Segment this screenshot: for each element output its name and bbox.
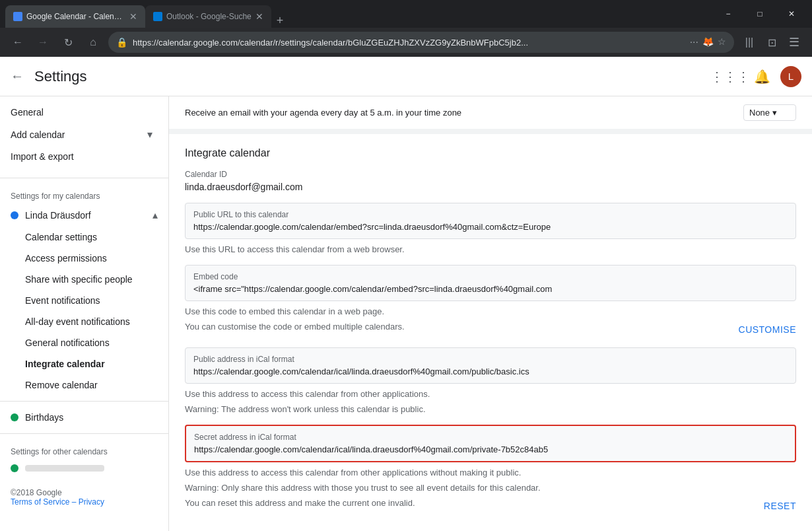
sidebar-item-calendar-settings[interactable]: Calendar settings <box>0 227 163 248</box>
customise-row: You can customise the code or embed mult… <box>185 322 796 337</box>
copyright-year: ©2018 Google <box>11 488 158 497</box>
copyright-text: ©2018 Google Terms of Service – Privacy <box>0 478 168 509</box>
sidebar-divider-1 <box>0 178 168 178</box>
header-icons: ⋮⋮⋮ 🔔 L <box>717 63 801 90</box>
sidebar-item-integrate-calendar[interactable]: Integrate calendar <box>0 353 163 374</box>
active-tab[interactable]: Google Calendar - Calendar se... ✕ <box>5 5 145 28</box>
tab-close-calendar[interactable]: ✕ <box>129 11 137 22</box>
embed-label: Embed code <box>193 272 788 281</box>
sidebar-item-remove-calendar[interactable]: Remove calendar <box>0 374 163 396</box>
secret-ical-container: Secret address in iCal format https://ca… <box>185 425 796 462</box>
calendar-id-value: linda.draeusdorf@gmail.com <box>185 182 796 192</box>
public-url-group: Public URL to this calendar https://cale… <box>185 203 796 254</box>
tab-close-outlook[interactable]: ✕ <box>255 11 263 22</box>
sidebar-divider-2 <box>0 401 168 402</box>
my-calendars-label: Settings for my calendars <box>0 184 168 203</box>
sidebar-import-export-label: Import & export <box>11 151 74 162</box>
back-button[interactable]: ← <box>8 32 28 52</box>
linda-name-label: Linda Dräusdorf <box>25 210 146 221</box>
sidebar-top-section: General Add calendar ▾ Import & export <box>0 96 168 172</box>
secret-ical-value[interactable]: https://calendar.google.com/calendar/ica… <box>194 444 787 454</box>
reset-row: You can reset this address and make the … <box>185 498 796 513</box>
settings-back-button[interactable]: ← <box>11 69 24 84</box>
close-button[interactable]: ✕ <box>776 3 807 25</box>
chevron-down-icon: ▾ <box>147 128 152 141</box>
public-ical-warning: Warning: The address won't work unless t… <box>185 404 796 414</box>
sidebar-birthdays[interactable]: Birthdays <box>0 407 168 428</box>
bookmark-icon[interactable]: ☆ <box>718 36 726 48</box>
integrate-card-title: Integrate calendar <box>185 147 796 159</box>
none-select[interactable]: None ▾ <box>743 104 796 121</box>
sidebar-toggle-icon[interactable]: ⊡ <box>762 32 782 52</box>
secret-ical-group: Secret address in iCal format https://ca… <box>185 425 796 513</box>
none-select-value: None <box>749 108 770 118</box>
notifications-icon[interactable]: 🔔 <box>749 63 775 90</box>
sidebar-item-event-notifications[interactable]: Event notifications <box>0 290 163 311</box>
sidebar-divider-3 <box>0 433 168 434</box>
sidebar-item-allday-notifications[interactable]: All-day event notifications <box>0 311 163 332</box>
lock-icon: 🔒 <box>116 37 127 48</box>
nav-bar: ← → ↻ ⌂ 🔒 https://calendar.google.com/ca… <box>0 28 812 57</box>
tab-label-calendar: Google Calendar - Calendar se... <box>26 12 125 21</box>
address-bar[interactable]: 🔒 https://calendar.google.com/calendar/r… <box>108 32 734 53</box>
public-url-value[interactable]: https://calendar.google.com/calendar/emb… <box>193 222 788 232</box>
customise-helper: You can customise the code or embed mult… <box>185 322 405 332</box>
avatar[interactable]: L <box>780 66 801 87</box>
embed-value[interactable]: <iframe src="https://calendar.google.com… <box>193 284 788 294</box>
none-select-chevron: ▾ <box>772 108 777 118</box>
forward-button[interactable]: → <box>33 32 53 52</box>
reset-helper: You can reset this address and make the … <box>185 498 415 508</box>
content-area: Receive an email with your agenda every … <box>169 96 812 531</box>
top-partial-section: Receive an email with your agenda every … <box>169 96 812 129</box>
tab-favicon-calendar <box>13 12 22 21</box>
other-dot <box>11 464 18 472</box>
sidebar-item-share-people[interactable]: Share with specific people <box>0 269 163 290</box>
pocket-icon[interactable]: 🦊 <box>702 36 714 48</box>
main-content: General Add calendar ▾ Import & export S… <box>0 96 812 531</box>
sidebar-item-general-notifications[interactable]: General notifications <box>0 332 163 353</box>
customise-link[interactable]: CUSTOMISE <box>739 324 796 335</box>
page-title: Settings <box>34 68 706 85</box>
sidebar-item-general[interactable]: General <box>0 102 163 123</box>
minimize-button[interactable]: − <box>713 3 743 25</box>
public-ical-value[interactable]: https://calendar.google.com/calendar/ica… <box>193 367 788 376</box>
secret-ical-label: Secret address in iCal format <box>194 433 787 442</box>
public-ical-group: Public address in iCal format https://ca… <box>185 347 796 414</box>
reset-link[interactable]: RESET <box>764 501 796 511</box>
window-controls: − □ ✕ <box>713 3 807 25</box>
home-button[interactable]: ⌂ <box>83 32 103 52</box>
sidebar-item-add-calendar[interactable]: Add calendar ▾ <box>0 123 163 146</box>
refresh-button[interactable]: ↻ <box>58 32 78 52</box>
maximize-button[interactable]: □ <box>745 3 775 25</box>
sidebar-item-access-permissions[interactable]: Access permissions <box>0 248 163 269</box>
settings-header: ← Settings ⋮⋮⋮ 🔔 L <box>0 57 812 96</box>
browser-chrome: Google Calendar - Calendar se... ✕ Outlo… <box>0 0 812 28</box>
menu-icon[interactable]: ☰ <box>784 32 804 52</box>
sidebar-other-calendar[interactable] <box>0 459 168 478</box>
public-ical-label: Public address in iCal format <box>193 355 788 364</box>
grid-icon[interactable]: ⋮⋮⋮ <box>717 63 743 90</box>
nav-right: ||| ⊡ ☰ <box>739 32 804 52</box>
sidebar-add-calendar-label: Add calendar <box>11 129 141 140</box>
other-calendar-bar <box>25 465 104 472</box>
sidebar-item-import-export[interactable]: Import & export <box>0 146 163 167</box>
calendar-id-label: Calendar ID <box>185 170 796 179</box>
inactive-tab[interactable]: Outlook - Google-Suche ✕ <box>145 5 271 28</box>
address-actions: ··· 🦊 ☆ <box>690 36 726 48</box>
public-ical-container: Public address in iCal format https://ca… <box>185 347 796 384</box>
tab-favicon-outlook <box>153 12 162 21</box>
address-text: https://calendar.google.com/calendar/r/s… <box>133 38 685 48</box>
sidebar-linda-calendar[interactable]: Linda Dräusdorf ▴ <box>0 203 168 227</box>
terms-label[interactable]: Terms of Service – Privacy <box>11 497 158 507</box>
secret-ical-warning: Warning: Only share this address with th… <box>185 483 796 493</box>
birthdays-dot <box>11 413 18 421</box>
agenda-email-text: Receive an email with your agenda every … <box>185 108 461 118</box>
embed-helper: Use this code to embed this calendar in … <box>185 306 796 316</box>
new-tab-button[interactable]: + <box>277 14 284 28</box>
bookmarks-icon[interactable]: ||| <box>739 32 759 52</box>
browser-tabs: Google Calendar - Calendar se... ✕ Outlo… <box>5 0 708 28</box>
chevron-up-icon: ▴ <box>152 209 158 221</box>
sidebar-general-label: General <box>11 107 44 118</box>
more-options-icon[interactable]: ··· <box>690 36 698 48</box>
tab-label-outlook: Outlook - Google-Suche <box>166 12 252 21</box>
